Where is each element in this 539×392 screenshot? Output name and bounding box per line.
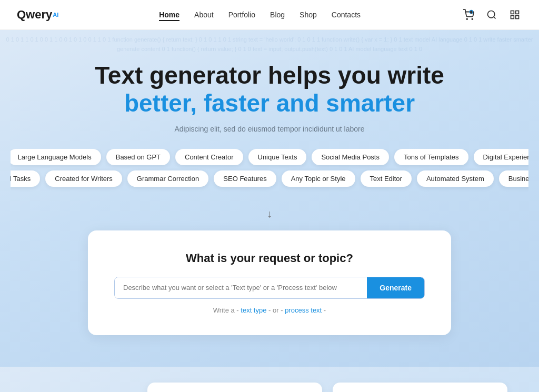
tag-text-editor: Text Editor (361, 170, 412, 187)
nav-shop[interactable]: Shop (300, 11, 317, 19)
logo-ai-badge: AI (53, 12, 58, 18)
svg-rect-8 (511, 16, 514, 19)
request-hint: Write a - text type - or - process text … (114, 306, 425, 314)
service-cards: Modern (147, 383, 507, 392)
bottom-section: CORPORATE SERVICE (0, 367, 539, 392)
tag-grammar: Grammar Correction (127, 170, 208, 187)
nav-blog[interactable]: Blog (270, 11, 285, 19)
tag-unique-texts: Unique Texts (248, 149, 307, 165)
svg-rect-6 (511, 11, 514, 14)
svg-line-5 (494, 17, 496, 19)
logo-text: Qwery (17, 8, 52, 22)
tag-business-critical2: Business-critical Tasks (499, 170, 528, 187)
input-row: Generate (114, 277, 425, 299)
nav-icons: 0 (461, 7, 522, 22)
nav-links: Home About Portfolio Blog Shop Contacts (159, 10, 361, 19)
nav-about[interactable]: About (194, 11, 214, 19)
service-card-1 (147, 383, 322, 392)
hero-section: 0 1 0 1 1 0 1 0 0 1 1 0 0 1 0 1 0 0 1 1 … (0, 30, 539, 367)
down-arrow: ↓ (11, 208, 528, 220)
logo[interactable]: QweryAI (17, 8, 58, 22)
tag-seo: SEO Features (214, 170, 276, 187)
tag-based-on-gpt: Based on GPT (106, 149, 170, 165)
request-card: What is your request or topic? Generate … (88, 230, 451, 335)
svg-point-1 (472, 18, 473, 19)
tags-section: Experience Large Language Models Based o… (11, 149, 528, 203)
nav-home[interactable]: Home (159, 11, 179, 21)
tag-large-language: Large Language Models (11, 149, 101, 165)
svg-rect-7 (516, 11, 519, 14)
nav-contacts[interactable]: Contacts (332, 11, 361, 19)
search-icon[interactable] (484, 7, 499, 22)
svg-point-4 (487, 11, 494, 18)
cart-icon[interactable]: 0 (461, 7, 476, 22)
tag-created-writers: Created for Writers (45, 170, 122, 187)
navbar: QweryAI Home About Portfolio Blog Shop C… (0, 0, 539, 30)
tag-digital-experience: Digital Experience (474, 149, 528, 165)
tags-row-1: Experience Large Language Models Based o… (11, 149, 528, 165)
tag-any-topic: Any Topic or Style (282, 170, 355, 187)
generate-button[interactable]: Generate (367, 277, 424, 298)
text-type-link[interactable]: text type (241, 306, 266, 314)
grid-icon[interactable] (507, 7, 522, 22)
svg-rect-9 (516, 16, 519, 19)
svg-point-0 (466, 18, 467, 19)
request-input[interactable] (115, 277, 367, 298)
svg-text:0: 0 (471, 11, 472, 14)
tag-business-critical: Business-critical Tasks (11, 170, 40, 187)
request-title: What is your request or topic? (114, 252, 425, 265)
tag-tons-templates: Tons of Templates (394, 149, 468, 165)
tag-automated: Automated System (417, 170, 494, 187)
tags-row-2: Business-critical Tasks Created for Writ… (11, 170, 528, 187)
nav-portfolio[interactable]: Portfolio (228, 11, 255, 19)
service-card-2: Modern (333, 383, 507, 392)
corp-label: CORPORATE SERVICE (32, 383, 137, 392)
tag-content-creator: Content Creator (175, 149, 243, 165)
hero-heading: Text generator helps you write better, f… (11, 62, 528, 117)
hero-subtitle: Adipiscing elit, sed do eiusmod tempor i… (11, 125, 528, 133)
process-text-link[interactable]: process text (285, 306, 322, 314)
tag-social-media: Social Media Posts (312, 149, 389, 165)
